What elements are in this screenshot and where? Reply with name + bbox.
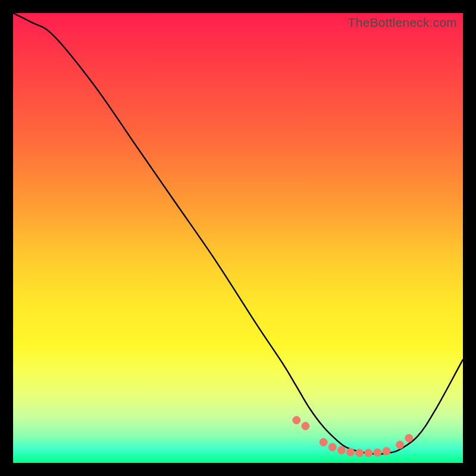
curve-dot [383,447,390,455]
curve-dot [396,441,404,449]
curve-dot [374,449,381,456]
curve-dot [365,449,372,457]
curve-dots-group [293,416,413,457]
plot-area: TheBottleneck.com [13,13,463,463]
curve-dot [293,416,300,424]
curve-dot [328,443,336,451]
curve-dot [320,439,327,446]
watermark-text: TheBottleneck.com [348,15,457,30]
curve-dot [405,434,413,442]
chart-frame: TheBottleneck.com [0,0,476,476]
curve-path [13,13,463,454]
curve-dot [337,446,345,454]
curve-dot [347,448,355,456]
bottleneck-curve [13,13,463,463]
curve-dot [356,449,364,457]
curve-dot [302,422,309,430]
